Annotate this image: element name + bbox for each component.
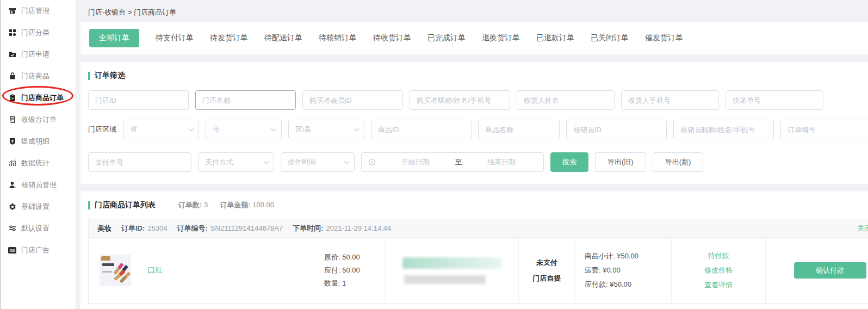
sidebar-item-verifier-manage[interactable]: 核销员管理 [1, 174, 76, 196]
order-count: 3 [204, 201, 208, 209]
district-select[interactable]: 区/县 [288, 120, 364, 139]
tab-pending-verification[interactable]: 待核销订单 [319, 33, 357, 43]
buyer-member-id-input[interactable] [302, 90, 403, 110]
sidebar-item-label: 核销员管理 [21, 180, 57, 190]
tab-return-exchange[interactable]: 退换货订单 [482, 33, 520, 43]
verifier-nickname-input[interactable] [673, 120, 774, 139]
subtotal: 商品小计: ¥50.00 [585, 251, 671, 261]
sidebar-item-store-goods[interactable]: 门店商品 [1, 65, 76, 87]
product-badge [101, 256, 110, 261]
city-select[interactable]: 市 [206, 120, 282, 139]
category-icon [8, 29, 16, 37]
sidebar-item-store-category[interactable]: 门店分类 [1, 22, 76, 44]
green-bar-icon [88, 72, 90, 80]
tab-closed[interactable]: 已关闭订单 [591, 33, 629, 43]
end-date-placeholder[interactable]: 结束日期 [467, 157, 537, 167]
order-category: 美妆 [97, 224, 111, 233]
sidebar-item-label: 门店管理 [21, 6, 49, 16]
tab-all-orders[interactable]: 全部订单 [89, 29, 139, 47]
sidebar-item-commission-detail[interactable]: 提成明细 [1, 131, 76, 152]
pending-payment-link[interactable]: 待付款 [708, 251, 729, 261]
modify-price-link[interactable]: 修改价格 [704, 265, 733, 275]
sidebar-item-label: 门店申请 [21, 50, 49, 59]
delivery-method: 门店自提 [533, 274, 561, 283]
blurred-customer-phone [404, 275, 486, 284]
chevron-down-icon [354, 126, 359, 132]
tab-refunded[interactable]: 已退款订单 [536, 33, 574, 43]
tab-pending-shipment[interactable]: 待发货订单 [210, 33, 248, 43]
freight: 运费: ¥0.00 [585, 265, 671, 275]
filter-section-title: 订单筛选 [88, 71, 868, 81]
verifier-icon [8, 181, 16, 189]
filter-row-2: 门店区域 省 市 区/县 [88, 120, 868, 139]
sidebar-item-label: 门店广告 [21, 245, 49, 255]
list-section-title: 门店商品订单列表 [88, 200, 156, 210]
amount-payable: 应付款: ¥50.00 [585, 280, 671, 289]
product-name-input[interactable] [478, 120, 560, 139]
payment-method-select[interactable]: 支付方式 [198, 152, 274, 172]
order-sn-input[interactable] [780, 120, 868, 139]
sidebar-item-label: 门店分类 [21, 28, 49, 38]
province-select[interactable]: 省 [123, 120, 199, 139]
confirm-payment-button[interactable]: 确认付款 [794, 262, 866, 279]
payment-number-input[interactable] [88, 152, 191, 172]
chevron-down-icon [189, 126, 194, 132]
sidebar-item-label: 门店商品订单 [21, 93, 64, 103]
sidebar-item-default-settings[interactable]: 默认设置 [1, 218, 76, 239]
product-name-link[interactable]: 口红 [147, 265, 163, 275]
sidebar-item-label: 数据统计 [21, 158, 49, 168]
store-id-input[interactable] [88, 90, 189, 110]
sidebar-item-store-product-orders[interactable]: 门店商品订单 [1, 87, 76, 109]
tab-pending-receipt[interactable]: 待收货订单 [373, 33, 411, 43]
store-icon [8, 7, 16, 15]
cashier-order-icon [8, 116, 16, 124]
filter-row-3: 支付方式 操作时间 开始日期 至 结束日期 搜索 导出(旧) 导出(新) [88, 152, 868, 172]
sidebar-item-basic-settings[interactable]: 基础设置 [1, 196, 76, 218]
sidebar-item-label: 门店商品 [21, 71, 49, 81]
statistics-icon [8, 159, 16, 168]
actions-cell: 待付款 修改价格 查看详情 [672, 238, 766, 303]
payment-status: 未支付 [536, 258, 557, 268]
clock-icon [368, 158, 376, 166]
sidebar-item-store-ads[interactable]: AD 门店广告 [1, 239, 76, 261]
export-new-button[interactable]: 导出(新) [653, 152, 704, 172]
date-range-picker[interactable]: 开始日期 至 结束日期 [361, 152, 544, 172]
breadcrumb: 门店-收银台 > 门店商品订单 [80, 0, 868, 22]
order-card: 美妆 订单ID: 25304 订单编号: SN21112914144678A7 … [88, 219, 868, 304]
sidebar-item-store-manage[interactable]: 门店管理 [1, 0, 76, 22]
settings-icon [8, 203, 16, 211]
sidebar-item-store-apply[interactable]: 门店申请 [1, 44, 76, 65]
receiver-phone-input[interactable] [621, 90, 719, 110]
order-amount: 100.00 [252, 201, 274, 209]
product-cell: 口红 [89, 238, 313, 303]
product-id-input[interactable] [371, 120, 472, 139]
sidebar-item-cashier-orders[interactable]: 收银台订单 [1, 109, 76, 131]
main-content: 门店-收银台 > 门店商品订单 全部订单 待支付订单 待发货订单 待配送订单 待… [76, 0, 868, 309]
tab-completed[interactable]: 已完成订单 [427, 33, 466, 43]
sidebar-item-data-statistics[interactable]: 数据统计 [1, 152, 76, 174]
tab-pending-delivery[interactable]: 待配送订单 [264, 33, 302, 43]
tab-urge-shipment[interactable]: 催发货订单 [645, 33, 683, 43]
tab-pending-payment[interactable]: 待支付订单 [156, 33, 194, 43]
search-button[interactable]: 搜索 [550, 152, 588, 172]
tracking-number-input[interactable] [726, 90, 823, 110]
verifier-id-input[interactable] [566, 120, 667, 139]
original-price: 原价: 50.00 [324, 252, 385, 262]
chevron-down-icon [271, 126, 277, 132]
receiver-name-input[interactable] [517, 90, 615, 110]
goods-icon [8, 72, 16, 81]
customer-cell [385, 238, 519, 303]
sidebar-item-label: 收银台订单 [21, 115, 57, 125]
sidebar: 门店管理 门店分类 门店申请 门店商品 门店商品订单 收银台订单 提成明细 数据… [0, 0, 76, 309]
store-name-input[interactable] [195, 90, 296, 110]
buyer-nickname-input[interactable] [410, 90, 510, 110]
export-old-button[interactable]: 导出(旧) [595, 152, 646, 172]
close-order-link[interactable]: 关闭订单 [857, 224, 868, 233]
payable-price: 应付: 50.00 [324, 265, 385, 275]
operation-time-select[interactable]: 操作时间 [281, 152, 355, 172]
start-date-placeholder[interactable]: 开始日期 [380, 157, 451, 167]
totals-cell: 商品小计: ¥50.00 运费: ¥0.00 应付款: ¥50.00 [575, 238, 672, 303]
view-detail-link[interactable]: 查看详情 [704, 280, 733, 290]
ad-icon: AD [8, 246, 16, 255]
product-order-icon [8, 94, 16, 102]
